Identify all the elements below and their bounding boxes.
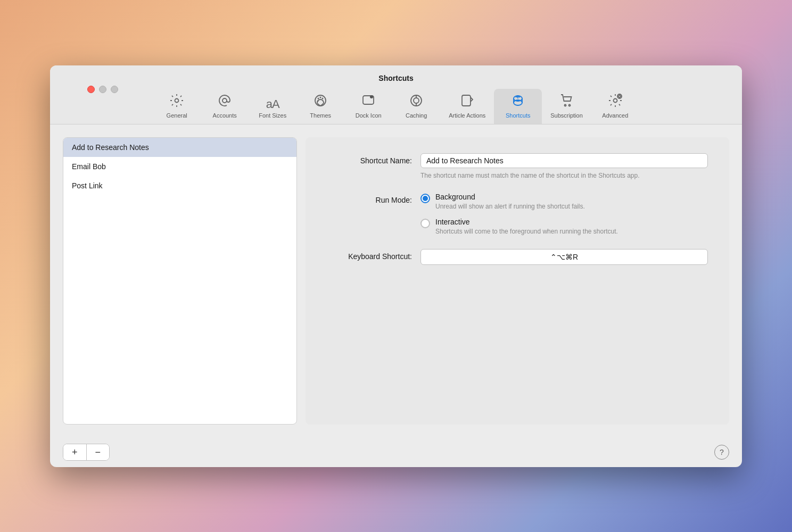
maximize-button[interactable] [111, 86, 118, 93]
tab-accounts-label: Accounts [213, 112, 237, 119]
svg-rect-13 [462, 95, 471, 106]
tab-shortcuts[interactable]: Shortcuts [494, 89, 542, 124]
run-mode-radio-group: Background Unread will show an alert if … [420, 193, 708, 236]
radio-background-desc: Unread will show an alert if running the… [435, 202, 585, 211]
shortcut-name-label: Shortcut Name: [327, 153, 412, 165]
article-actions-icon [460, 93, 475, 110]
shortcut-name-helper: The shortcut name must match the name of… [420, 171, 708, 180]
tab-shortcuts-label: Shortcuts [506, 112, 530, 119]
tab-advanced[interactable]: Advanced [591, 89, 639, 124]
titlebar: Shortcuts General [50, 65, 742, 124]
main-window: Shortcuts General [50, 65, 742, 467]
svg-point-0 [175, 98, 179, 102]
run-mode-content: Background Unread will show an alert if … [420, 193, 708, 236]
radio-background-text: Background Unread will show an alert if … [435, 193, 585, 211]
tab-caching-label: Caching [406, 112, 427, 119]
keyboard-shortcut-button[interactable]: ⌃⌥⌘R [420, 249, 708, 265]
list-item-post-link[interactable]: Post Link [63, 176, 296, 195]
font-icon: aA [266, 98, 279, 110]
add-remove-group: + − [63, 444, 110, 461]
shortcuts-list: Add to Research Notes Email Bob Post Lin… [63, 137, 297, 425]
tab-subscription-label: Subscription [550, 112, 583, 119]
tab-article-actions[interactable]: Article Actions [440, 89, 494, 124]
main-content: Add to Research Notes Email Bob Post Lin… [50, 124, 742, 437]
keyboard-shortcut-content: ⌃⌥⌘R [420, 249, 708, 265]
tab-subscription[interactable]: Subscription [542, 89, 591, 124]
detail-panel: Shortcut Name: The shortcut name must ma… [306, 137, 729, 425]
at-icon [217, 93, 232, 110]
radio-background-label: Background [435, 193, 585, 201]
cart-icon [559, 93, 574, 110]
radio-interactive-desc: Shortcuts will come to the foreground wh… [435, 227, 618, 236]
window-title: Shortcuts [378, 74, 413, 82]
svg-point-4 [320, 96, 321, 98]
keyboard-shortcut-row: Keyboard Shortcut: ⌃⌥⌘R [327, 249, 708, 265]
svg-point-10 [414, 98, 419, 103]
run-mode-row: Run Mode: Background Unread will show an… [327, 193, 708, 236]
svg-point-19 [568, 104, 570, 106]
caching-icon [409, 93, 424, 110]
toolbar: General Accounts aA Font Sizes [61, 89, 731, 124]
list-item-email-bob[interactable]: Email Bob [63, 157, 296, 176]
svg-point-8 [370, 95, 373, 98]
tab-article-actions-label: Article Actions [449, 112, 485, 119]
tab-dock-icon[interactable]: Dock Icon [344, 89, 392, 124]
tab-accounts[interactable]: Accounts [201, 89, 249, 124]
svg-point-20 [613, 98, 617, 102]
radio-interactive[interactable] [420, 219, 430, 228]
svg-point-5 [322, 97, 324, 99]
tab-general-label: General [167, 112, 187, 119]
shortcut-name-row: Shortcut Name: The shortcut name must ma… [327, 153, 708, 180]
tab-font-sizes-label: Font Sizes [259, 112, 286, 119]
gear-icon [169, 93, 184, 110]
radio-background[interactable] [420, 194, 430, 203]
shortcut-name-input[interactable] [420, 153, 708, 168]
help-button[interactable]: ? [714, 445, 729, 460]
list-item-add-to-research[interactable]: Add to Research Notes [63, 138, 296, 157]
shortcut-name-content: The shortcut name must match the name of… [420, 153, 708, 180]
dock-icon-icon [361, 93, 376, 110]
traffic-lights [87, 86, 118, 93]
shortcuts-icon [510, 93, 525, 110]
svg-point-1 [222, 98, 227, 103]
tab-caching[interactable]: Caching [392, 89, 440, 124]
close-button[interactable] [87, 86, 95, 93]
advanced-icon [608, 93, 623, 110]
tab-font-sizes[interactable]: aA Font Sizes [249, 94, 296, 124]
radio-interactive-label: Interactive [435, 218, 618, 226]
svg-point-18 [564, 104, 566, 106]
tab-dock-icon-label: Dock Icon [356, 112, 382, 119]
keyboard-shortcut-label: Keyboard Shortcut: [327, 249, 412, 261]
svg-point-3 [318, 97, 319, 99]
radio-option-interactive: Interactive Shortcuts will come to the f… [420, 218, 708, 236]
radio-option-background: Background Unread will show an alert if … [420, 193, 708, 211]
bottom-bar: + − ? [50, 437, 742, 467]
radio-interactive-text: Interactive Shortcuts will come to the f… [435, 218, 618, 236]
add-shortcut-button[interactable]: + [63, 444, 87, 460]
palette-icon [313, 93, 328, 110]
tab-themes-label: Themes [310, 112, 331, 119]
remove-shortcut-button[interactable]: − [87, 444, 110, 460]
run-mode-label: Run Mode: [327, 193, 412, 204]
tab-general[interactable]: General [153, 89, 201, 124]
minimize-button[interactable] [99, 86, 106, 93]
tab-advanced-label: Advanced [602, 112, 628, 119]
tab-themes[interactable]: Themes [296, 89, 344, 124]
